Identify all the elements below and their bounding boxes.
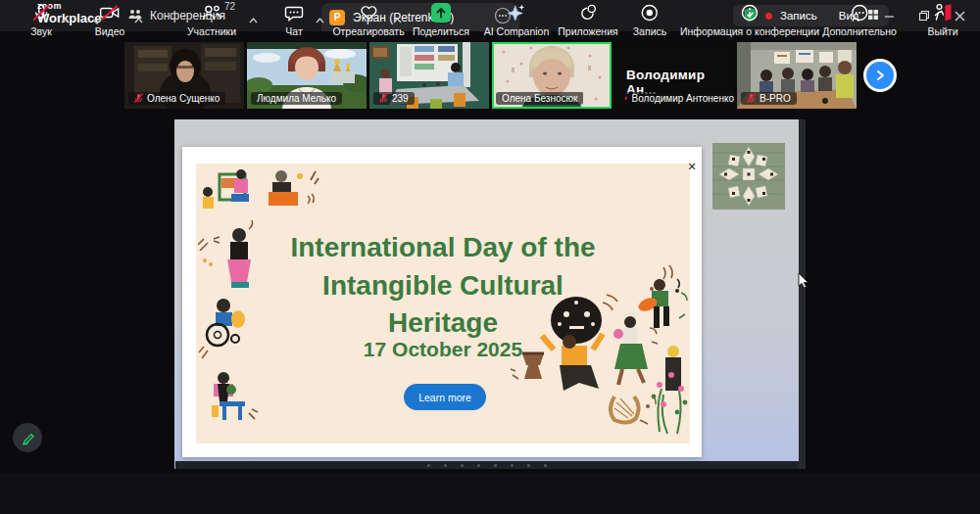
muted-mic-icon (624, 93, 628, 104)
audio-label: Звук (30, 25, 52, 37)
more-button[interactable]: Дополнительно (822, 3, 897, 37)
banner-title: International Day of the Intangible Cult… (196, 229, 690, 343)
participant-name: 239 (392, 93, 409, 104)
meeting-info-button[interactable]: Информация о конференции (680, 3, 819, 37)
ai-sparkle-icon (507, 3, 526, 23)
heart-icon (359, 3, 378, 23)
participant-name-badge: Олена Безносюк (496, 92, 583, 105)
chat-icon (284, 3, 304, 23)
participant-name: Олена Безносюк (502, 93, 577, 104)
video-label: Видео (95, 25, 125, 37)
chat-options-chevron[interactable] (316, 10, 324, 27)
banner-title-line1: International Day of the (196, 229, 690, 267)
zoom-window: zoom Workplace Конференция P Экран (Petr… (0, 0, 980, 514)
video-tile-239[interactable]: 239 (369, 42, 489, 109)
audio-options-chevron[interactable] (61, 10, 70, 27)
camera-muted-icon (99, 3, 121, 23)
muted-mic-icon (747, 93, 756, 104)
video-tile-olena-beznosiuk[interactable]: Олена Безносюк (492, 42, 612, 109)
more-label: Дополнительно (822, 25, 897, 37)
participant-name: Олена Сущенко (147, 93, 220, 104)
next-participants-button[interactable] (863, 59, 897, 92)
participant-name-badge: B-PRO (741, 92, 797, 105)
embroidery-pattern-image (712, 143, 785, 210)
participant-name-badge: 239 (373, 92, 415, 105)
participants-icon: 72 (201, 3, 222, 23)
record-label: Запись (633, 25, 666, 37)
participants-count: 72 (224, 1, 235, 12)
chat-label: Чат (285, 25, 302, 37)
pencil-icon (21, 431, 35, 445)
mic-muted-icon (31, 3, 51, 23)
participants-button[interactable]: 72 Участники (187, 3, 236, 37)
banner-title-line3: Heritage (196, 304, 690, 343)
video-tile-olena-sushchenko[interactable]: Олена Сущенко (124, 42, 244, 109)
video-tile-b-pro[interactable]: B-PRO (737, 42, 857, 109)
participant-name-badge: Олена Сущенко (128, 92, 225, 105)
banner-date: 17 October 2025 (196, 338, 690, 361)
video-options-chevron[interactable] (134, 10, 143, 27)
participant-name: Людмила Мелько (257, 93, 336, 104)
info-icon (740, 3, 760, 23)
video-tile-volodymyr-antonenko[interactable]: Володимир Ан... Володимир Антоненко (614, 42, 734, 109)
leave-meeting-icon (932, 3, 954, 23)
banner-close-icon[interactable]: ✕ (685, 160, 699, 173)
annotate-button[interactable] (13, 423, 42, 452)
react-options-chevron[interactable] (393, 10, 402, 27)
mouse-cursor (798, 273, 809, 289)
participant-name: B-PRO (760, 93, 791, 104)
shared-screen-taskbar (175, 461, 799, 469)
muted-mic-icon (379, 93, 388, 104)
video-tile-liudmyla-melko[interactable]: Людмила Мелько (247, 42, 367, 109)
leave-label: Выйти (927, 25, 957, 37)
ai-companion-button[interactable]: AI Companion (484, 3, 550, 37)
learn-more-button[interactable]: Learn more (404, 384, 486, 410)
participant-name-badge: Володимир Антоненко (618, 92, 734, 105)
apps-button[interactable]: Приложения (558, 3, 617, 37)
participant-name-badge: Людмила Мелько (251, 92, 342, 105)
control-toolbar (0, 473, 980, 514)
meeting-info-label: Информация о конференции (680, 25, 819, 37)
chat-button[interactable]: Чат (284, 3, 304, 37)
chevron-right-icon (866, 62, 894, 89)
participant-name: Володимир Антоненко (632, 93, 734, 104)
banner-title-line2: Intangible Cultural (196, 267, 690, 305)
participants-label: Участники (187, 25, 236, 37)
record-button[interactable]: Запись (633, 3, 666, 37)
share-screen-label: Поделиться (413, 25, 469, 37)
apps-icon (578, 3, 598, 23)
muted-mic-icon (134, 93, 143, 104)
apps-label: Приложения (558, 25, 617, 37)
video-button[interactable]: Видео (95, 3, 125, 37)
audio-button[interactable]: Звук (30, 3, 52, 37)
ai-companion-label: AI Companion (484, 25, 550, 37)
leave-button[interactable]: Выйти (927, 3, 957, 37)
more-ellipsis-icon (850, 3, 869, 23)
share-screen-icon (430, 3, 452, 23)
record-icon (640, 3, 660, 23)
participants-options-chevron[interactable] (249, 10, 258, 27)
shared-screen-scrollbar[interactable] (799, 119, 806, 469)
share-screen-button[interactable]: Поделиться (413, 3, 469, 37)
